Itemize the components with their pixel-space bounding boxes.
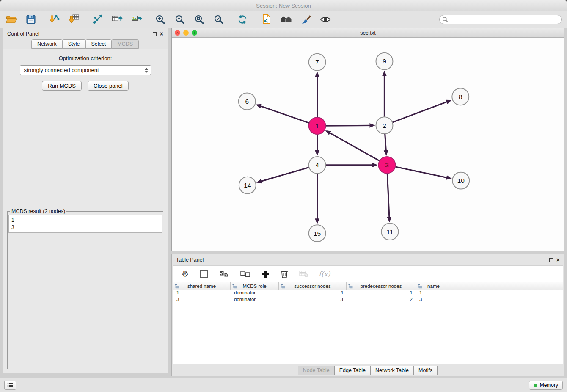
save-session-icon[interactable] bbox=[25, 13, 37, 26]
optimization-label: Optimization criterion: bbox=[3, 55, 168, 61]
node-label: 14 bbox=[244, 182, 251, 189]
control-panel-header: Control Panel × bbox=[3, 28, 168, 39]
graph-edge-3-1[interactable] bbox=[325, 130, 387, 165]
table-cell: dominator bbox=[231, 290, 279, 297]
column-label: predecessor nodes bbox=[361, 284, 402, 289]
edge-arrowhead bbox=[387, 217, 391, 222]
close-table-panel-icon[interactable]: × bbox=[556, 257, 560, 263]
open-session-icon[interactable] bbox=[5, 13, 18, 26]
zoom-in-icon[interactable] bbox=[154, 13, 167, 26]
graph-edge-1-6[interactable] bbox=[256, 104, 317, 126]
table-cell: 1 bbox=[173, 290, 231, 297]
graph-edge-4-3[interactable] bbox=[317, 163, 378, 167]
session-group bbox=[5, 13, 37, 26]
graph-edge-3-10[interactable] bbox=[387, 165, 451, 180]
column-header-mcds-role[interactable]: MCDS role bbox=[231, 282, 279, 290]
import-network-icon[interactable] bbox=[48, 13, 61, 26]
search-input[interactable] bbox=[439, 15, 562, 24]
mcds-buttons: Run MCDS Close panel bbox=[3, 81, 168, 91]
graph-node-7[interactable]: 7 bbox=[309, 54, 326, 71]
network-window-titlebar: × − + scc.txt bbox=[172, 28, 564, 38]
eye-icon[interactable] bbox=[319, 13, 332, 26]
show-columns-icon[interactable] bbox=[199, 269, 209, 279]
column-header-predecessor-nodes[interactable]: predecessor nodes bbox=[347, 282, 416, 290]
table-row[interactable]: 1dominator411 bbox=[173, 290, 563, 297]
zoom-group bbox=[154, 13, 225, 26]
select-all-icon[interactable] bbox=[218, 270, 230, 278]
tab-style[interactable]: Style bbox=[62, 39, 86, 49]
home-views-icon[interactable] bbox=[279, 13, 293, 26]
zoom-fit-icon[interactable] bbox=[193, 13, 206, 26]
import-group bbox=[48, 13, 80, 26]
import-table-icon[interactable] bbox=[68, 13, 80, 26]
memory-button[interactable]: Memory bbox=[529, 381, 563, 390]
tab-node-table[interactable]: Node Table bbox=[298, 366, 335, 375]
graph-node-6[interactable]: 6 bbox=[239, 93, 256, 110]
graph-node-4[interactable]: 4 bbox=[309, 157, 326, 174]
network-window-title: scc.txt bbox=[360, 30, 376, 36]
edge-arrowhead bbox=[256, 179, 262, 184]
left-column: Control Panel × Network Style Select MCD… bbox=[3, 28, 168, 378]
column-header-shared-name[interactable]: shared name bbox=[173, 282, 231, 290]
mcds-result-item[interactable]: 3 bbox=[11, 224, 159, 231]
show-panels-icon[interactable] bbox=[4, 381, 16, 390]
graph-node-15[interactable]: 15 bbox=[309, 225, 326, 242]
mcds-result-item[interactable]: 1 bbox=[11, 217, 159, 224]
table-cell: 1 bbox=[347, 290, 416, 297]
network-graph: 1234678910111415 bbox=[172, 38, 564, 251]
float-panel-icon[interactable] bbox=[153, 32, 157, 36]
graph-node-8[interactable]: 8 bbox=[452, 88, 469, 105]
tab-motifs[interactable]: Motifs bbox=[413, 366, 438, 375]
table-cell: 3 bbox=[279, 297, 347, 304]
mcds-result-title: MCDS result (2 nodes) bbox=[10, 208, 66, 214]
run-mcds-button[interactable]: Run MCDS bbox=[42, 81, 82, 91]
edge-arrowhead bbox=[446, 100, 452, 104]
export-network-icon[interactable] bbox=[91, 13, 104, 26]
table-row[interactable]: 3dominator323 bbox=[173, 297, 563, 304]
delete-column-icon[interactable] bbox=[280, 269, 289, 279]
zoom-out-icon[interactable] bbox=[173, 13, 186, 26]
paintbrush-icon[interactable] bbox=[300, 13, 312, 26]
maximize-window-icon[interactable]: + bbox=[192, 30, 197, 36]
export-image-icon[interactable] bbox=[130, 13, 143, 26]
refresh-group bbox=[236, 13, 249, 26]
close-panel-icon[interactable]: × bbox=[160, 31, 163, 37]
column-header-name[interactable]: name bbox=[416, 282, 451, 290]
graph-edge-2-8[interactable] bbox=[384, 100, 451, 126]
table-settings-icon[interactable]: ⚙ bbox=[181, 269, 190, 279]
deselect-all-icon[interactable] bbox=[239, 270, 251, 278]
graph-edge-4-14[interactable] bbox=[256, 165, 317, 183]
export-table-icon[interactable] bbox=[111, 13, 124, 26]
tab-network-table[interactable]: Network Table bbox=[370, 366, 414, 375]
add-column-icon[interactable] bbox=[261, 269, 270, 279]
search-icon bbox=[442, 17, 448, 24]
mcds-result-list[interactable]: 13 bbox=[8, 215, 162, 233]
edge-arrowhead bbox=[369, 123, 375, 128]
node-label: 10 bbox=[457, 177, 465, 184]
tab-network[interactable]: Network bbox=[31, 39, 63, 49]
delete-table-icon-disabled bbox=[298, 270, 309, 279]
close-window-icon[interactable]: × bbox=[175, 30, 180, 36]
tab-edge-table[interactable]: Edge Table bbox=[334, 366, 371, 375]
tab-mcds[interactable]: MCDS bbox=[111, 39, 139, 49]
main-toolbar bbox=[0, 11, 567, 28]
network-from-selection-icon[interactable] bbox=[260, 13, 272, 26]
close-panel-button[interactable]: Close panel bbox=[88, 81, 129, 91]
column-label: successor nodes bbox=[294, 284, 330, 289]
graph-node-1[interactable]: 1 bbox=[309, 117, 326, 134]
network-canvas[interactable]: 1234678910111415 bbox=[172, 38, 564, 251]
tab-select[interactable]: Select bbox=[85, 39, 112, 49]
graph-node-14[interactable]: 14 bbox=[239, 177, 256, 194]
graph-node-9[interactable]: 9 bbox=[376, 53, 393, 70]
minimize-window-icon[interactable]: − bbox=[183, 30, 189, 36]
column-header-successor-nodes[interactable]: successor nodes bbox=[279, 282, 347, 290]
graph-node-11[interactable]: 11 bbox=[381, 223, 398, 240]
refresh-icon[interactable] bbox=[236, 13, 249, 26]
zoom-selected-icon[interactable] bbox=[212, 13, 225, 26]
export-group bbox=[91, 13, 143, 26]
graph-node-2[interactable]: 2 bbox=[376, 117, 393, 134]
graph-node-10[interactable]: 10 bbox=[452, 172, 469, 189]
optimization-dropdown[interactable]: strongly connected component bbox=[20, 65, 151, 75]
float-table-panel-icon[interactable] bbox=[549, 258, 553, 262]
graph-node-3[interactable]: 3 bbox=[378, 157, 395, 174]
